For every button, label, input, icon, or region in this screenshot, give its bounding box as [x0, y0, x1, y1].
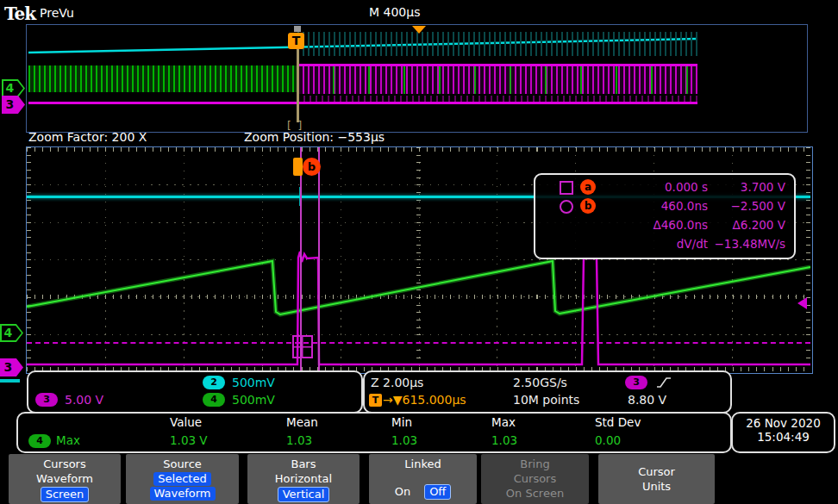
- meas-name: Max: [56, 433, 80, 447]
- dvdt-value: −13.48MV/s: [673, 234, 785, 253]
- menu-option-horizontal[interactable]: Horizontal: [275, 472, 332, 486]
- cursor-b-marker-icon[interactable]: b: [303, 158, 321, 176]
- datetime-box: 26 Nov 2020 15:04:49: [731, 412, 835, 453]
- trigger-level-arrow-icon[interactable]: [797, 297, 807, 309]
- cursor-b-circle-icon: [560, 200, 573, 214]
- measurement-box: Value Mean Min Max Std Dev 4 Max 1.03 V …: [16, 412, 732, 453]
- cursor-b-badge: b: [580, 198, 596, 214]
- main-ch3-marker[interactable]: 3: [0, 358, 23, 376]
- menu-option-waveform[interactable]: Waveform: [150, 487, 216, 501]
- overview-ch3-burst-band: [297, 65, 697, 94]
- menu-label: Cursors: [43, 457, 86, 471]
- ch2-badge: 2: [203, 376, 225, 389]
- menu-label: Units: [642, 480, 671, 494]
- cursor-b-volt: −2.500 V: [673, 196, 785, 215]
- cursor-delta-volt: Δ6.200 V: [673, 215, 785, 234]
- cursor-b-line[interactable]: [318, 147, 320, 371]
- menu-label: Bring: [520, 457, 549, 471]
- ch3-badge: 3: [35, 393, 58, 407]
- meas-min: 1.03: [391, 433, 417, 447]
- menu-label: Cursor: [638, 465, 675, 479]
- tek-logo: Tek: [4, 3, 35, 24]
- overview-ch3-baseline: [28, 102, 697, 104]
- record-length: 10M points: [513, 393, 579, 408]
- zoom-scale: Z 2.00µs: [371, 376, 423, 390]
- zoom-waveform-panel: b a 0.000 s 3.700 V b 460.0ns −2.500 V Δ…: [26, 146, 813, 374]
- col-header-value: Value: [170, 415, 202, 429]
- time-label: 15:04:49: [733, 430, 834, 444]
- main-timebase-label: M 400µs: [369, 5, 420, 19]
- cursor-a-volt: 3.700 V: [673, 177, 785, 196]
- menu-cursor-units-button[interactable]: Cursor Units: [598, 454, 715, 504]
- trigger-level: 8.80 V: [628, 393, 666, 408]
- trigger-notch: [294, 26, 301, 32]
- cursor-readout-box: a 0.000 s 3.700 V b 460.0ns −2.500 V Δ46…: [534, 173, 796, 259]
- channel-scale-box: 2 500mV 3 5.00 V 4 500mV: [27, 370, 363, 414]
- menu-bars-button[interactable]: Bars Horizontal Vertical: [247, 454, 360, 504]
- main-ch4-marker[interactable]: 4: [0, 324, 23, 342]
- ch2-offscreen-marker: [0, 379, 20, 383]
- menu-option-selected[interactable]: Selected: [153, 472, 210, 486]
- sample-rate: 2.50GS/s: [513, 376, 567, 390]
- cursor-a-marker-icon[interactable]: [293, 158, 303, 176]
- menu-label: Source: [163, 457, 202, 471]
- meas-mean: 1.03: [286, 433, 312, 447]
- col-header-max: Max: [491, 415, 516, 429]
- ch4-scale: 500mV: [232, 393, 275, 408]
- menu-option-waveform[interactable]: Waveform: [36, 472, 93, 486]
- menu-label: Linked: [404, 457, 441, 471]
- menu-cursors-button[interactable]: Cursors Waveform Screen: [9, 454, 121, 504]
- ch3-scale: 5.00 V: [65, 393, 103, 408]
- col-header-min: Min: [391, 415, 412, 429]
- menu-source-button[interactable]: Source Selected Waveform: [126, 454, 239, 504]
- ch3-pulse-trace: [27, 252, 810, 364]
- menu-linked-button[interactable]: Linked On Off: [369, 454, 477, 504]
- meas-value: 1.03 V: [170, 433, 208, 447]
- cursor-a-badge: a: [580, 179, 596, 195]
- cursor-a-square-icon: [560, 181, 573, 195]
- acquisition-mode-label: PreVu: [40, 6, 74, 20]
- meas-max: 1.03: [491, 433, 517, 447]
- meas-ch4-badge: 4: [28, 434, 51, 448]
- trigger-source-badge: 3: [625, 376, 647, 389]
- meas-stddev: 0.00: [595, 433, 621, 447]
- overview-ch2-hatch: [297, 32, 697, 56]
- overview-ch4-trace-band: [28, 65, 297, 92]
- menu-label: Cursors: [514, 472, 557, 486]
- ch2-scale: 500mV: [232, 376, 275, 390]
- linked-cursor-crosshair-icon[interactable]: [292, 335, 313, 358]
- col-header-mean: Mean: [286, 415, 318, 429]
- menu-option-screen-selected[interactable]: Screen: [41, 487, 90, 502]
- overview-ch3-band-top: [297, 64, 697, 66]
- overview-ch4-marker: 4: [2, 79, 25, 97]
- zoom-factor-label: Zoom Factor: 200 X: [28, 130, 147, 144]
- menu-bring-cursors-button: Bring Cursors On Screen: [481, 454, 589, 504]
- horizontal-trigger-box: Z 2.00µs 2.50GS/s 3 T →▼615.000µs 10M po…: [363, 370, 732, 414]
- menu-label: Bars: [291, 457, 316, 471]
- zoom-position-label: Zoom Position: −553µs: [244, 130, 385, 144]
- trigger-t-badge: T: [369, 394, 382, 407]
- date-label: 26 Nov 2020: [733, 416, 834, 430]
- ch4-badge: 4: [203, 393, 225, 407]
- ch3-ground-dashed-line: [27, 342, 810, 344]
- trigger-position: →▼615.000µs: [383, 393, 466, 408]
- expansion-point-icon: [412, 26, 426, 34]
- menu-option-vertical-selected[interactable]: Vertical: [278, 487, 330, 502]
- overview-panel: T [ ]: [26, 24, 808, 133]
- trigger-t-icon[interactable]: T: [288, 33, 304, 49]
- col-header-stddev: Std Dev: [595, 415, 641, 429]
- overview-ch3-marker: 3: [2, 96, 25, 114]
- menu-option-on[interactable]: On: [395, 485, 410, 499]
- menu-label: On Screen: [506, 487, 564, 501]
- rising-edge-icon: [656, 376, 672, 389]
- menu-option-off-selected[interactable]: Off: [424, 484, 451, 500]
